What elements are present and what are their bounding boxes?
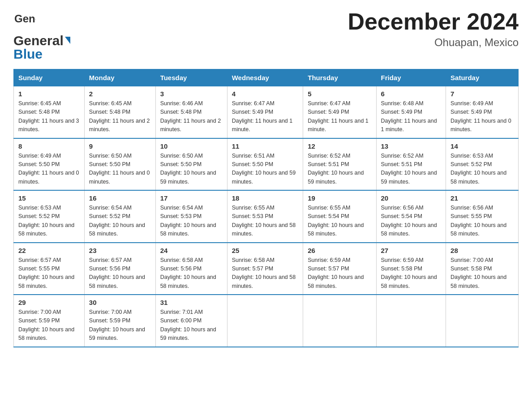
logo-text-general: General (13, 33, 64, 48)
calendar-cell: 3Sunrise: 6:46 AMSunset: 5:48 PMDaylight… (155, 86, 227, 138)
logo-text-blue: Blue (13, 47, 43, 62)
calendar-cell: 22Sunrise: 6:57 AMSunset: 5:55 PMDayligh… (14, 243, 85, 295)
calendar-cell: 29Sunrise: 7:00 AMSunset: 5:59 PMDayligh… (14, 295, 85, 347)
day-number: 13 (381, 142, 442, 150)
day-number: 29 (18, 299, 80, 306)
day-info: Sunrise: 6:53 AMSunset: 5:52 PMDaylight:… (18, 205, 74, 237)
calendar-table: SundayMondayTuesdayWednesdayThursdayFrid… (13, 69, 519, 347)
calendar-cell: 7Sunrise: 6:49 AMSunset: 5:49 PMDaylight… (446, 86, 519, 138)
calendar-cell: 26Sunrise: 6:59 AMSunset: 5:57 PMDayligh… (303, 243, 376, 295)
header-tuesday: Tuesday (155, 69, 227, 86)
day-number: 28 (450, 247, 514, 254)
calendar-cell (303, 295, 376, 347)
day-info: Sunrise: 6:57 AMSunset: 5:56 PMDaylight:… (89, 257, 145, 289)
day-info: Sunrise: 6:59 AMSunset: 5:58 PMDaylight:… (381, 257, 437, 289)
day-info: Sunrise: 6:45 AMSunset: 5:48 PMDaylight:… (89, 100, 150, 133)
day-number: 16 (89, 194, 151, 202)
day-info: Sunrise: 6:52 AMSunset: 5:51 PMDaylight:… (308, 153, 364, 185)
calendar-header-row: SundayMondayTuesdayWednesdayThursdayFrid… (14, 69, 519, 86)
calendar-week-row: 1Sunrise: 6:45 AMSunset: 5:48 PMDaylight… (14, 86, 519, 138)
subtitle: Ohuapan, Mexico (348, 36, 519, 49)
calendar-cell: 16Sunrise: 6:54 AMSunset: 5:52 PMDayligh… (84, 190, 155, 243)
calendar-cell: 30Sunrise: 7:00 AMSunset: 5:59 PMDayligh… (84, 295, 155, 347)
calendar-cell: 12Sunrise: 6:52 AMSunset: 5:51 PMDayligh… (303, 138, 376, 191)
logo: General General Blue (13, 9, 70, 62)
calendar-cell: 1Sunrise: 6:45 AMSunset: 5:48 PMDaylight… (14, 86, 85, 138)
day-info: Sunrise: 6:50 AMSunset: 5:50 PMDaylight:… (89, 153, 150, 185)
day-number: 21 (450, 194, 514, 202)
calendar-cell: 27Sunrise: 6:59 AMSunset: 5:58 PMDayligh… (376, 243, 446, 295)
header-saturday: Saturday (446, 69, 519, 86)
calendar-cell: 17Sunrise: 6:54 AMSunset: 5:53 PMDayligh… (155, 190, 227, 243)
day-number: 24 (160, 247, 223, 254)
calendar-cell: 21Sunrise: 6:56 AMSunset: 5:55 PMDayligh… (446, 190, 519, 243)
day-info: Sunrise: 6:47 AMSunset: 5:49 PMDaylight:… (232, 100, 293, 133)
title-block: December 2024 Ohuapan, Mexico (348, 9, 519, 49)
header-wednesday: Wednesday (227, 69, 303, 86)
day-info: Sunrise: 7:00 AMSunset: 5:58 PMDaylight:… (450, 257, 506, 289)
day-number: 22 (18, 247, 80, 254)
day-info: Sunrise: 7:01 AMSunset: 6:00 PMDaylight:… (160, 309, 216, 341)
day-number: 9 (89, 142, 151, 150)
day-number: 1 (18, 90, 80, 98)
day-number: 11 (232, 142, 299, 150)
day-number: 4 (232, 90, 299, 98)
day-number: 5 (308, 90, 371, 98)
day-info: Sunrise: 6:57 AMSunset: 5:55 PMDaylight:… (18, 257, 74, 289)
header-monday: Monday (84, 69, 155, 86)
calendar-cell: 15Sunrise: 6:53 AMSunset: 5:52 PMDayligh… (14, 190, 85, 243)
day-info: Sunrise: 6:47 AMSunset: 5:49 PMDaylight:… (308, 100, 369, 133)
day-number: 19 (308, 194, 371, 202)
day-number: 25 (232, 247, 299, 254)
day-info: Sunrise: 6:56 AMSunset: 5:54 PMDaylight:… (381, 205, 437, 237)
day-info: Sunrise: 6:59 AMSunset: 5:57 PMDaylight:… (308, 257, 364, 289)
day-number: 8 (18, 142, 80, 150)
day-number: 6 (381, 90, 442, 98)
day-info: Sunrise: 6:49 AMSunset: 5:50 PMDaylight:… (18, 153, 79, 185)
calendar-cell: 11Sunrise: 6:51 AMSunset: 5:50 PMDayligh… (227, 138, 303, 191)
calendar-week-row: 22Sunrise: 6:57 AMSunset: 5:55 PMDayligh… (14, 243, 519, 295)
day-number: 27 (381, 247, 442, 254)
calendar-cell: 25Sunrise: 6:58 AMSunset: 5:57 PMDayligh… (227, 243, 303, 295)
day-number: 12 (308, 142, 371, 150)
calendar-cell: 18Sunrise: 6:55 AMSunset: 5:53 PMDayligh… (227, 190, 303, 243)
calendar-cell: 6Sunrise: 6:48 AMSunset: 5:49 PMDaylight… (376, 86, 446, 138)
calendar-cell: 31Sunrise: 7:01 AMSunset: 6:00 PMDayligh… (155, 295, 227, 347)
day-info: Sunrise: 6:58 AMSunset: 5:56 PMDaylight:… (160, 257, 216, 289)
svg-text:General: General (14, 13, 36, 25)
day-info: Sunrise: 6:52 AMSunset: 5:51 PMDaylight:… (381, 153, 437, 185)
calendar-cell: 2Sunrise: 6:45 AMSunset: 5:48 PMDaylight… (84, 86, 155, 138)
calendar-cell: 14Sunrise: 6:53 AMSunset: 5:52 PMDayligh… (446, 138, 519, 191)
day-number: 3 (160, 90, 223, 98)
header-thursday: Thursday (303, 69, 376, 86)
day-info: Sunrise: 6:53 AMSunset: 5:52 PMDaylight:… (450, 153, 506, 185)
header-sunday: Sunday (14, 69, 85, 86)
calendar-week-row: 29Sunrise: 7:00 AMSunset: 5:59 PMDayligh… (14, 295, 519, 347)
logo-icon: General (13, 9, 36, 33)
calendar-cell: 23Sunrise: 6:57 AMSunset: 5:56 PMDayligh… (84, 243, 155, 295)
day-info: Sunrise: 6:49 AMSunset: 5:49 PMDaylight:… (450, 100, 511, 133)
day-number: 10 (160, 142, 223, 150)
calendar-cell: 28Sunrise: 7:00 AMSunset: 5:58 PMDayligh… (446, 243, 519, 295)
page-header: General General Blue December 2024 Ohuap… (13, 9, 519, 62)
day-number: 31 (160, 299, 223, 306)
day-number: 2 (89, 90, 151, 98)
calendar-cell: 9Sunrise: 6:50 AMSunset: 5:50 PMDaylight… (84, 138, 155, 191)
calendar-cell (227, 295, 303, 347)
day-info: Sunrise: 6:55 AMSunset: 5:53 PMDaylight:… (232, 205, 296, 237)
day-info: Sunrise: 7:00 AMSunset: 5:59 PMDaylight:… (18, 309, 74, 341)
main-title: December 2024 (348, 9, 519, 34)
calendar-cell: 8Sunrise: 6:49 AMSunset: 5:50 PMDaylight… (14, 138, 85, 191)
day-number: 7 (450, 90, 514, 98)
day-number: 23 (89, 247, 151, 254)
calendar-week-row: 8Sunrise: 6:49 AMSunset: 5:50 PMDaylight… (14, 138, 519, 191)
day-info: Sunrise: 6:45 AMSunset: 5:48 PMDaylight:… (18, 100, 79, 133)
day-info: Sunrise: 6:46 AMSunset: 5:48 PMDaylight:… (160, 100, 221, 133)
calendar-cell: 19Sunrise: 6:55 AMSunset: 5:54 PMDayligh… (303, 190, 376, 243)
day-number: 17 (160, 194, 223, 202)
day-info: Sunrise: 6:54 AMSunset: 5:52 PMDaylight:… (89, 205, 145, 237)
day-number: 14 (450, 142, 514, 150)
calendar-week-row: 15Sunrise: 6:53 AMSunset: 5:52 PMDayligh… (14, 190, 519, 243)
day-info: Sunrise: 6:54 AMSunset: 5:53 PMDaylight:… (160, 205, 216, 237)
day-info: Sunrise: 6:58 AMSunset: 5:57 PMDaylight:… (232, 257, 296, 289)
